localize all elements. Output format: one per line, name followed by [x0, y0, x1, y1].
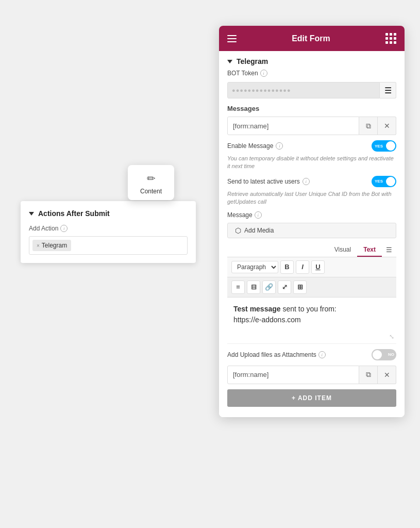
editor-toolbar-2: ≡ ⊟ 🔗 ⤢ ⊞	[227, 277, 396, 298]
editor-url-text: https://e-addons.com	[233, 316, 301, 324]
add-item-button[interactable]: + ADD ITEM	[227, 389, 396, 407]
message-input-1[interactable]	[227, 117, 359, 135]
add-item-label: + ADD ITEM	[292, 394, 332, 402]
pencil-icon: ✏	[147, 172, 156, 185]
message-field-label: Message i	[227, 211, 262, 219]
message-help-icon: i	[255, 211, 262, 219]
telegram-tag[interactable]: × Telegram	[32, 240, 71, 251]
telegram-section-header: Telegram	[219, 51, 405, 70]
message-copy-button-2[interactable]: ⧉	[359, 366, 378, 384]
bot-token-input[interactable]: ●●●●●●●●●●●●●●●	[227, 82, 380, 98]
editor-bold-text: Test message	[233, 305, 281, 313]
tab-visual[interactable]: Visual	[328, 243, 357, 257]
actions-panel-title: Actions After Submit	[38, 209, 110, 218]
paragraph-select[interactable]: Paragraph	[231, 261, 278, 273]
enable-message-label: Enable Message i	[227, 142, 283, 150]
send-latest-toggle[interactable]: YES	[372, 176, 396, 187]
italic-button[interactable]: I	[296, 260, 309, 274]
grid-icon[interactable]	[385, 33, 396, 44]
chevron-down-icon	[29, 212, 34, 216]
send-latest-help-icon: i	[303, 178, 310, 185]
message-field-row: Message i	[227, 211, 396, 219]
message-input-2[interactable]	[227, 366, 359, 384]
content-tooltip-label: Content	[140, 188, 162, 195]
actions-panel-header: Actions After Submit	[29, 209, 188, 218]
telegram-chevron-icon[interactable]	[227, 60, 232, 63]
hamburger-icon[interactable]	[227, 35, 237, 42]
link-button[interactable]: 🔗	[262, 280, 276, 294]
table-button[interactable]: ⊞	[293, 280, 307, 294]
send-latest-toggle-knob	[386, 177, 395, 186]
align-button[interactable]: ⤢	[278, 280, 291, 294]
edit-form-header: Edit Form	[219, 26, 405, 51]
resize-handle[interactable]: ⤡	[389, 332, 394, 341]
upload-toggle-knob	[373, 350, 382, 359]
editor-content[interactable]: Test message sent to you from: https://e…	[227, 298, 396, 344]
send-latest-hint: Retrieve automatically last User Unique …	[227, 190, 396, 206]
bot-token-field-row: BOT Token i	[227, 70, 396, 77]
bot-token-row: ●●●●●●●●●●●●●●● ☰	[227, 82, 396, 98]
bot-token-help-icon: i	[260, 70, 267, 77]
message-remove-button-1[interactable]: ✕	[378, 117, 396, 135]
media-icon: ⬡	[235, 226, 241, 235]
message-remove-button-2[interactable]: ✕	[378, 366, 396, 384]
actions-after-submit-panel: Actions After Submit Add Action i × Tele…	[21, 201, 196, 263]
ordered-list-button[interactable]: ⊟	[247, 280, 260, 294]
enable-message-toggle[interactable]: YES	[372, 140, 396, 152]
tag-remove-icon[interactable]: ×	[37, 243, 40, 249]
form-body: BOT Token i ●●●●●●●●●●●●●●● ☰ Messages ⧉…	[219, 70, 405, 417]
telegram-section-title: Telegram	[237, 57, 268, 65]
edit-form-panel: Edit Form Telegram BOT Token i ●●●●●●●●●…	[219, 26, 405, 417]
bot-token-copy-button[interactable]: ☰	[380, 82, 396, 98]
editor-normal-text: sent to you from:	[281, 305, 337, 313]
enable-message-help-icon: i	[276, 142, 283, 150]
editor-toolbar-1: Paragraph B I U	[227, 257, 396, 277]
upload-toggle[interactable]: NO	[372, 349, 396, 360]
content-tooltip[interactable]: ✏ Content	[128, 165, 174, 200]
send-latest-label: Send to latest active users i	[227, 178, 310, 185]
upload-label: Add Upload files as Attachments i	[227, 351, 326, 358]
enable-message-hint: You can temporary disable it without del…	[227, 155, 396, 171]
enable-message-row: Enable Message i YES	[227, 140, 396, 152]
help-icon: i	[60, 225, 68, 232]
underline-button[interactable]: U	[311, 260, 325, 274]
upload-row: Add Upload files as Attachments i NO	[227, 344, 396, 366]
message-copy-button-1[interactable]: ⧉	[359, 117, 378, 135]
messages-label: Messages	[227, 105, 396, 112]
bold-button[interactable]: B	[280, 260, 294, 274]
tab-text[interactable]: Text	[357, 243, 382, 257]
edit-form-title: Edit Form	[292, 34, 330, 43]
upload-help-icon: i	[318, 351, 326, 358]
message-row-2: ⧉ ✕	[227, 366, 396, 384]
toggle-knob	[386, 141, 395, 151]
editor-tabs: Visual Text ☰	[227, 243, 396, 257]
editor-settings-icon[interactable]: ☰	[382, 243, 396, 256]
send-latest-row: Send to latest active users i YES	[227, 176, 396, 187]
bot-token-label: BOT Token i	[227, 70, 267, 77]
add-action-label: Add Action i	[29, 225, 188, 232]
add-media-button[interactable]: ⬡ Add Media	[227, 223, 396, 238]
unordered-list-button[interactable]: ≡	[231, 280, 245, 294]
message-row-1: ⧉ ✕	[227, 117, 396, 135]
